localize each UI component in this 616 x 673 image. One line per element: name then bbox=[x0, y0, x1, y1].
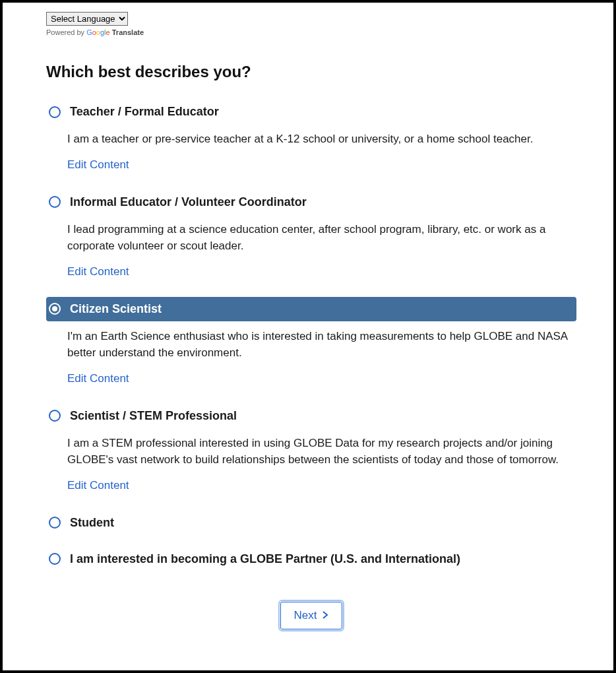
option-title: Informal Educator / Volunteer Coordinato… bbox=[70, 195, 307, 209]
option-description: I am a STEM professional interested in u… bbox=[67, 435, 576, 468]
option-radio-row[interactable]: Informal Educator / Volunteer Coordinato… bbox=[46, 190, 576, 214]
option-title: Citizen Scientist bbox=[70, 302, 162, 316]
option-radio-row[interactable]: Teacher / Formal Educator bbox=[46, 100, 576, 124]
chevron-right-icon bbox=[322, 609, 328, 622]
edit-content-link[interactable]: Edit Content bbox=[67, 265, 129, 278]
radio-icon[interactable] bbox=[49, 303, 61, 315]
google-logo-letter: e bbox=[106, 28, 110, 36]
option-radio-row[interactable]: Student bbox=[46, 511, 576, 535]
radio-icon[interactable] bbox=[49, 553, 61, 565]
next-button-wrap: Next bbox=[46, 602, 576, 629]
powered-by-label: Powered by Google Translate bbox=[46, 28, 576, 36]
option-0: Teacher / Formal EducatorI am a teacher … bbox=[46, 100, 576, 178]
option-5: I am interested in becoming a GLOBE Part… bbox=[46, 547, 576, 571]
option-3: Scientist / STEM ProfessionalI am a STEM… bbox=[46, 404, 576, 499]
edit-content-link[interactable]: Edit Content bbox=[67, 479, 129, 492]
next-button[interactable]: Next bbox=[280, 602, 343, 629]
option-title: Student bbox=[70, 516, 114, 530]
powered-prefix: Powered by bbox=[46, 28, 86, 36]
radio-icon[interactable] bbox=[49, 517, 61, 529]
radio-icon[interactable] bbox=[49, 196, 61, 208]
radio-icon[interactable] bbox=[49, 106, 61, 118]
option-radio-row[interactable]: Scientist / STEM Professional bbox=[46, 404, 576, 428]
option-description: I am a teacher or pre-service teacher at… bbox=[67, 131, 576, 148]
radio-icon[interactable] bbox=[49, 410, 61, 422]
option-1: Informal Educator / Volunteer Coordinato… bbox=[46, 190, 576, 285]
option-radio-row[interactable]: I am interested in becoming a GLOBE Part… bbox=[46, 547, 576, 571]
option-2: Citizen ScientistI'm an Earth Science en… bbox=[46, 297, 576, 392]
option-body: I'm an Earth Science enthusiast who is i… bbox=[67, 328, 576, 392]
option-body: I lead programming at a science educatio… bbox=[67, 221, 576, 285]
options-list: Teacher / Formal EducatorI am a teacher … bbox=[46, 100, 576, 571]
radio-inner-dot bbox=[52, 110, 57, 115]
option-title: Teacher / Formal Educator bbox=[70, 105, 219, 119]
radio-inner-dot bbox=[52, 199, 57, 205]
language-select[interactable]: Select Language bbox=[46, 12, 128, 26]
radio-inner-dot bbox=[52, 413, 57, 418]
google-logo-letter: G bbox=[86, 28, 92, 36]
radio-inner-dot bbox=[52, 520, 57, 525]
radio-inner-dot bbox=[52, 306, 57, 311]
option-description: I'm an Earth Science enthusiast who is i… bbox=[67, 328, 576, 362]
edit-content-link[interactable]: Edit Content bbox=[67, 372, 129, 385]
edit-content-link[interactable]: Edit Content bbox=[67, 158, 129, 172]
radio-inner-dot bbox=[52, 556, 57, 561]
option-body: I am a teacher or pre-service teacher at… bbox=[67, 131, 576, 178]
page-title: Which best describes you? bbox=[46, 63, 576, 81]
option-title: I am interested in becoming a GLOBE Part… bbox=[70, 552, 460, 566]
option-radio-row[interactable]: Citizen Scientist bbox=[46, 297, 576, 321]
next-button-label: Next bbox=[294, 609, 317, 622]
option-description: I lead programming at a science educatio… bbox=[67, 221, 576, 255]
option-title: Scientist / STEM Professional bbox=[70, 409, 237, 423]
option-4: Student bbox=[46, 511, 576, 535]
option-body: I am a STEM professional interested in u… bbox=[67, 435, 576, 499]
form-frame: Select Language Powered by Google Transl… bbox=[0, 0, 616, 673]
translate-label: Translate bbox=[112, 28, 144, 36]
